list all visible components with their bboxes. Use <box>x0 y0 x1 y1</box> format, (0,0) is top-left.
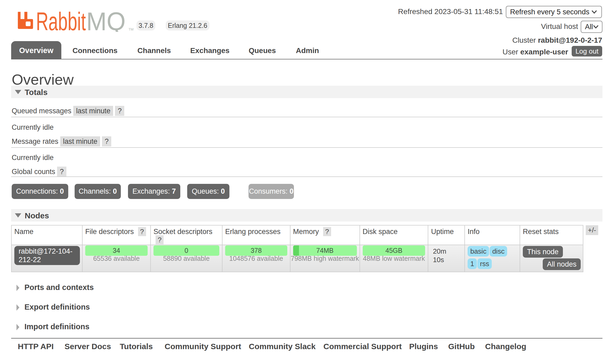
svg-text:Rabbit: Rabbit <box>36 10 86 32</box>
svg-text:TM: TM <box>129 27 134 31</box>
svg-text:MQ: MQ <box>86 10 126 32</box>
